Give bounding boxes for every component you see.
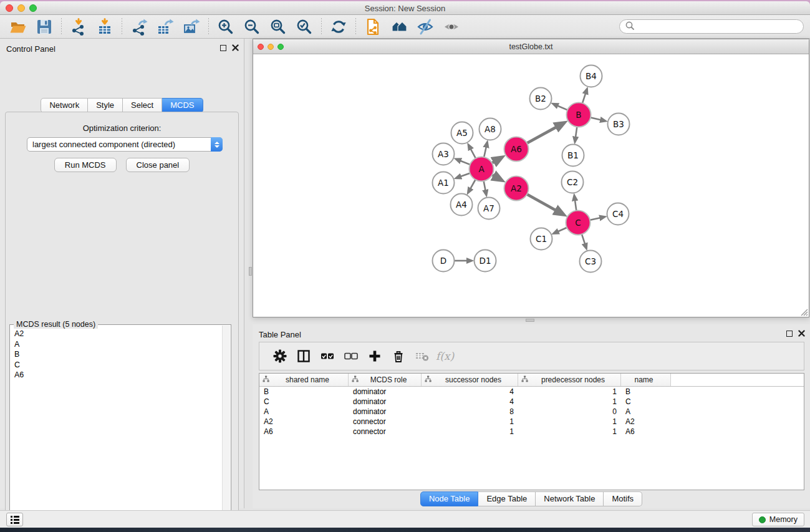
resize-grip-icon[interactable] <box>799 307 808 316</box>
delete-table-button <box>410 344 434 368</box>
tab-mcds[interactable]: MCDS <box>162 98 203 113</box>
float-icon[interactable] <box>786 331 793 337</box>
graph-node-A[interactable]: A <box>470 157 494 181</box>
graph-node-D1[interactable]: D1 <box>475 250 496 272</box>
graph-node-B2[interactable]: B2 <box>530 88 552 110</box>
export-image-button[interactable] <box>178 16 205 37</box>
tab-network[interactable]: Network <box>41 98 88 113</box>
vertical-scroll-thumb[interactable] <box>249 267 252 276</box>
select-all-checkboxes-button[interactable] <box>316 344 339 368</box>
add-row-button[interactable] <box>363 344 387 368</box>
column-header-shared-name[interactable]: shared name <box>259 374 349 386</box>
export-table-button[interactable] <box>152 16 178 37</box>
cell-predecessor-nodes: 1 <box>518 387 621 397</box>
zoom-in-button[interactable] <box>213 16 239 37</box>
tab-select[interactable]: Select <box>123 98 162 113</box>
graph-node-A1[interactable]: A1 <box>433 172 455 194</box>
table-row[interactable]: Adominator80A <box>259 407 804 417</box>
graph-node-B1[interactable]: B1 <box>562 145 584 167</box>
network-canvas[interactable]: B4B2BB3A8A5A6A3B1AA1C2A2A4A7C4CC1DD1C3 <box>253 55 809 317</box>
deselect-all-checkboxes-button[interactable] <box>339 344 363 368</box>
shared-column-icon <box>521 375 528 382</box>
zoom-fit-button[interactable] <box>265 16 291 37</box>
show-eye-button[interactable] <box>438 16 465 37</box>
network-window-titlebar[interactable]: testGlobe.txt <box>253 39 809 54</box>
table-row[interactable]: A6connector11A6 <box>259 427 804 437</box>
close-panel-button[interactable]: Close panel <box>126 158 190 172</box>
network-graph[interactable]: B4B2BB3A8A5A6A3B1AA1C2A2A4A7C4CC1DD1C3 <box>253 55 809 317</box>
graph-node-B[interactable]: B <box>567 103 591 127</box>
graph-node-C[interactable]: C <box>566 211 591 235</box>
table-row[interactable]: A2connector11A2 <box>259 417 804 427</box>
gear-button[interactable] <box>268 344 292 368</box>
column-header-MCDS-role[interactable]: MCDS role <box>349 374 422 386</box>
close-icon[interactable] <box>798 330 805 337</box>
import-table-button[interactable] <box>92 16 118 37</box>
graph-node-A8[interactable]: A8 <box>480 118 501 140</box>
graph-node-C4[interactable]: C4 <box>607 203 629 225</box>
task-history-button[interactable] <box>6 513 23 526</box>
graph-node-A5[interactable]: A5 <box>451 122 473 144</box>
tab-motifs[interactable]: Motifs <box>604 491 642 506</box>
import-network-button[interactable] <box>65 16 92 37</box>
open-file-button[interactable] <box>5 16 31 37</box>
zoom-in-icon <box>217 18 234 36</box>
graph-node-A4[interactable]: A4 <box>451 194 473 216</box>
column-header-name[interactable]: name <box>621 374 671 386</box>
tab-style[interactable]: Style <box>88 98 123 113</box>
float-icon[interactable] <box>220 45 226 51</box>
tab-edge-table[interactable]: Edge Table <box>478 491 536 506</box>
delete-row-button[interactable] <box>387 344 410 368</box>
cell-successor-nodes: 8 <box>422 407 518 417</box>
table-row[interactable]: Cdominator41C <box>259 397 804 407</box>
graph-node-A2[interactable]: A2 <box>504 177 529 201</box>
mcds-result-list[interactable]: A2ABCA6 <box>11 326 221 532</box>
graph-node-C3[interactable]: C3 <box>580 251 602 273</box>
mcds-result-item[interactable]: A6 <box>11 370 221 380</box>
graph-node-C2[interactable]: C2 <box>562 172 584 193</box>
zoom-selected-button[interactable] <box>291 16 317 37</box>
graph-node-A6[interactable]: A6 <box>504 137 529 162</box>
refresh-layout-button[interactable] <box>325 16 352 37</box>
optimization-criterion-select[interactable]: largest connected component (directed) <box>27 137 223 152</box>
tab-node-table[interactable]: Node Table <box>420 491 479 506</box>
memory-button[interactable]: Memory <box>752 513 804 526</box>
tab-network-table[interactable]: Network Table <box>536 491 604 506</box>
horizontal-scroll-thumb[interactable] <box>526 319 534 322</box>
node-table[interactable]: shared nameMCDS rolesuccessor nodesprede… <box>259 373 804 490</box>
mcds-result-item[interactable]: A <box>11 339 221 350</box>
homes-button[interactable] <box>386 16 412 37</box>
hide-eye-button[interactable] <box>412 16 438 37</box>
mcds-result-item[interactable]: B <box>11 349 221 360</box>
import-network-icon <box>70 18 87 36</box>
graph-node-C1[interactable]: C1 <box>531 228 552 250</box>
graph-node-A3[interactable]: A3 <box>433 143 455 165</box>
columns-button[interactable] <box>292 344 316 368</box>
svg-text:C4: C4 <box>612 209 624 219</box>
mcds-result-item[interactable]: A2 <box>11 329 221 339</box>
scrollbar[interactable] <box>222 326 230 532</box>
search-input[interactable] <box>634 22 798 31</box>
search-box[interactable] <box>619 19 804 34</box>
zoom-out-button[interactable] <box>239 16 265 37</box>
graph-node-A7[interactable]: A7 <box>478 198 500 220</box>
close-icon[interactable] <box>232 44 239 51</box>
column-header-successor-nodes[interactable]: successor nodes <box>422 374 518 386</box>
save-session-button[interactable] <box>31 16 57 37</box>
graph-node-B4[interactable]: B4 <box>581 65 602 87</box>
cell-predecessor-nodes: 0 <box>518 407 621 417</box>
graph-node-B3[interactable]: B3 <box>608 114 630 135</box>
edge-A2-C[interactable] <box>526 193 556 210</box>
mcds-result-item[interactable]: C <box>11 360 221 370</box>
export-network-button[interactable] <box>126 16 152 37</box>
cell-successor-nodes: 4 <box>422 397 518 407</box>
run-mcds-button[interactable]: Run MCDS <box>54 158 117 172</box>
column-header-predecessor-nodes[interactable]: predecessor nodes <box>518 374 621 386</box>
edge-A6-B[interactable] <box>526 127 556 143</box>
cell-name: B <box>621 387 671 397</box>
network-file-button[interactable] <box>360 16 386 37</box>
cell-predecessor-nodes: 1 <box>518 427 621 437</box>
graph-node-D[interactable]: D <box>433 250 455 272</box>
svg-text:A6: A6 <box>511 144 522 154</box>
table-row[interactable]: Bdominator41B <box>259 387 804 397</box>
